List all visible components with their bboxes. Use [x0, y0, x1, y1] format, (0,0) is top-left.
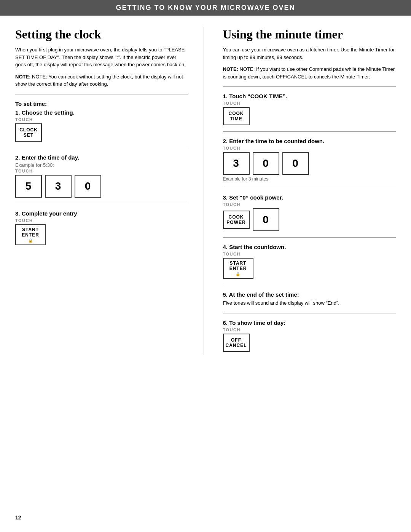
left-step3-btn-row: START ENTER 🔒 [15, 224, 188, 245]
header-banner: GETTING TO KNOW YOUR MICROWAVE OVEN [0, 0, 411, 16]
right-step3-touch: TOUCH [223, 202, 396, 207]
digit-3[interactable]: 3 [45, 175, 72, 198]
right-divider-1 [223, 86, 396, 87]
right-step3: 3. Set “0” cook power. TOUCH COOK POWER … [223, 194, 396, 231]
divider-2 [15, 148, 188, 148]
right-section-title: Using the minute timer [223, 27, 396, 42]
digit-3-right[interactable]: 3 [223, 152, 250, 175]
right-step5-label: 5. At the end of the set time: [223, 291, 396, 298]
left-note: NOTE: NOTE: You can cook without setting… [15, 73, 188, 88]
cook-time-button[interactable]: COOK TIME [223, 107, 250, 125]
right-step6-touch: TOUCH [223, 328, 396, 332]
digit-0a[interactable]: 0 [75, 175, 101, 198]
left-step3: 3. Complete your entry TOUCH START ENTER… [15, 210, 188, 245]
left-column: Setting the clock When you first plug in… [15, 27, 204, 355]
right-step5-text: Five tones will sound and the display wi… [223, 299, 396, 307]
header-title: GETTING TO KNOW YOUR MICROWAVE OVEN [116, 4, 295, 11]
start-enter-button-right[interactable]: START ENTER 🔒 [223, 258, 253, 279]
lock-icon-left: 🔒 [28, 238, 33, 243]
off-cancel-button[interactable]: OFF CANCEL [223, 334, 250, 352]
divider-1 [15, 94, 188, 94]
clock-set-button[interactable]: CLOCK SET [15, 123, 42, 142]
left-step3-touch: TOUCH [15, 218, 188, 223]
right-step3-btn-row: COOK POWER 0 [223, 208, 396, 231]
left-step2-digits: 5 3 0 [15, 175, 188, 198]
right-step5: 5. At the end of the set time: Five tone… [223, 291, 396, 307]
right-divider-3 [223, 188, 396, 188]
right-step4-label: 4. Start the countdown. [223, 244, 396, 250]
lock-icon-right: 🔒 [236, 272, 241, 276]
right-step1-label: 1. Touch “COOK TIME”. [223, 93, 396, 99]
left-step2-touch: TOUCH [15, 169, 188, 173]
left-step3-label: 3. Complete your entry [15, 210, 188, 217]
right-step1: 1. Touch “COOK TIME”. TOUCH COOK TIME [223, 93, 396, 125]
right-divider-6 [223, 313, 396, 313]
right-step1-btn-row: COOK TIME [223, 107, 396, 125]
right-step1-touch: TOUCH [223, 101, 396, 105]
right-step2-label: 2. Enter the time to be counted down. [223, 138, 396, 144]
right-step2: 2. Enter the time to be counted down. TO… [223, 138, 396, 182]
right-column: Using the minute timer You can use your … [219, 27, 396, 355]
left-section-title: Setting the clock [15, 27, 188, 42]
right-step6-label: 6. To show time of day: [223, 320, 396, 326]
right-note: NOTE: NOTE: If you want to use other Com… [223, 66, 396, 80]
right-divider-2 [223, 131, 396, 132]
right-intro: You can use your microwave oven as a kit… [223, 46, 396, 61]
left-step2-example: Example for 5:30: [15, 162, 188, 168]
digit-0-power[interactable]: 0 [253, 208, 279, 231]
right-step4-btn-row: START ENTER 🔒 [223, 258, 396, 279]
digit-0c[interactable]: 0 [282, 152, 309, 175]
cook-power-button[interactable]: COOK POWER [223, 211, 250, 229]
left-step1: 1. Choose the setting. TOUCH CLOCK SET [15, 109, 188, 142]
digit-0b[interactable]: 0 [253, 152, 279, 175]
right-divider-5 [223, 285, 396, 285]
right-step3-label: 3. Set “0” cook power. [223, 194, 396, 201]
right-step2-touch: TOUCH [223, 146, 396, 150]
left-step1-touch: TOUCH [15, 117, 188, 122]
right-step4: 4. Start the countdown. TOUCH START ENTE… [223, 244, 396, 279]
page: GETTING TO KNOW YOUR MICROWAVE OVEN Sett… [0, 0, 411, 532]
right-step6: 6. To show time of day: TOUCH OFF CANCEL [223, 320, 396, 352]
right-step6-btn-row: OFF CANCEL [223, 334, 396, 352]
page-number: 12 [15, 514, 21, 521]
right-divider-4 [223, 237, 396, 238]
left-step2-label: 2. Enter the time of day. [15, 154, 188, 161]
to-set-time-heading: To set time: [15, 101, 188, 107]
right-step2-digits: 3 0 0 [223, 152, 396, 175]
left-step2: 2. Enter the time of day. Example for 5:… [15, 154, 188, 198]
right-step2-example: Example for 3 minutes [223, 176, 396, 182]
content-area: Setting the clock When you first plug in… [0, 16, 411, 366]
digit-5[interactable]: 5 [15, 175, 42, 198]
start-enter-button-left[interactable]: START ENTER 🔒 [15, 224, 46, 245]
right-step4-touch: TOUCH [223, 252, 396, 256]
left-step1-btn-row: CLOCK SET [15, 123, 188, 142]
divider-3 [15, 204, 188, 204]
left-step1-label: 1. Choose the setting. [15, 109, 188, 116]
left-intro: When you first plug in your microwave ov… [15, 46, 188, 69]
